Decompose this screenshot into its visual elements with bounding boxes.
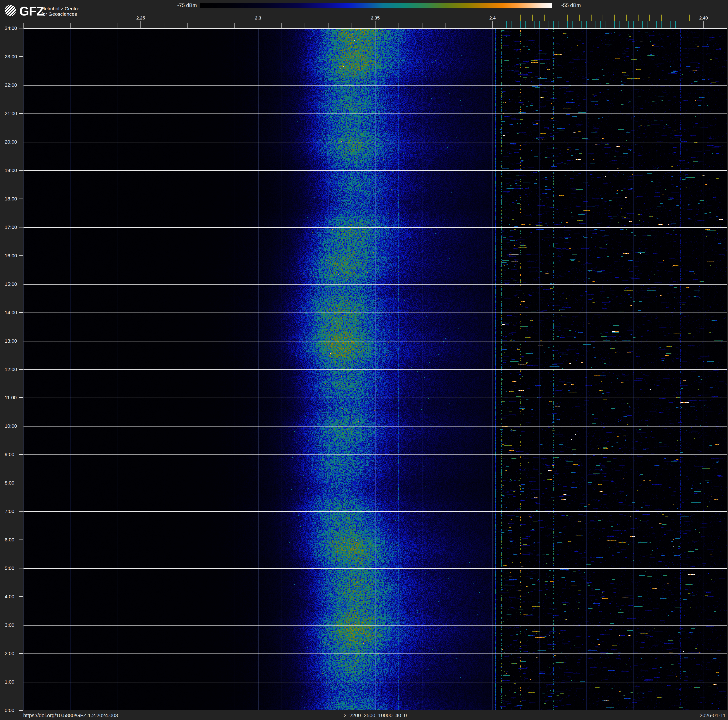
ble-channel-tick	[553, 21, 554, 28]
time-axis-tick	[19, 256, 23, 256]
ble-channel-tick	[614, 21, 615, 28]
time-axis-tick	[19, 710, 23, 711]
wifi-channel-tick	[591, 15, 592, 21]
time-axis-tick	[19, 454, 23, 455]
colorbar-gradient	[200, 3, 552, 8]
ble-channel-tick	[563, 21, 563, 28]
wifi-channel-tick	[661, 15, 662, 21]
ble-channel-tick	[544, 21, 544, 28]
freq-minor-tick	[352, 23, 352, 28]
ble-channel-tick	[600, 21, 601, 28]
ble-channel-tick	[497, 21, 497, 28]
ble-channel-tick	[647, 21, 647, 28]
freq-minor-tick	[399, 23, 399, 28]
time-axis-tick	[19, 369, 23, 370]
wifi-channel-tick	[579, 15, 580, 21]
gfz-logo-subtitle: Helmholtz Centre for Geosciences	[41, 6, 80, 17]
gfz-wordmark: GFZ	[19, 4, 44, 18]
time-axis-tick	[19, 199, 23, 199]
ble-channel-tick	[638, 21, 638, 28]
ble-channel-tick	[525, 21, 526, 28]
time-axis-tick	[19, 57, 23, 57]
ble-channel-tick	[670, 21, 671, 28]
ble-channel-tick	[549, 21, 549, 28]
gfz-logo-subtitle-line2: for Geosciences	[41, 11, 80, 17]
spectrogram-canvas	[23, 28, 727, 710]
time-axis-tick	[19, 28, 23, 28]
freq-major-tick	[375, 21, 376, 28]
freq-minor-tick	[281, 23, 282, 28]
freq-minor-tick	[164, 23, 164, 28]
ble-channel-tick	[511, 21, 511, 28]
time-axis-tick	[19, 227, 23, 227]
ble-channel-tick	[642, 21, 643, 28]
ble-channel-tick	[624, 21, 624, 28]
freq-minor-tick	[445, 23, 446, 28]
ble-channel-tick	[581, 21, 582, 28]
time-axis-tick	[19, 113, 23, 114]
colorbar-min-label: -75 dBm	[162, 2, 197, 8]
time-axis-tick	[19, 397, 23, 398]
wifi-channel-tick	[556, 15, 556, 21]
time-axis-tick	[19, 170, 23, 171]
freq-minor-tick	[211, 23, 211, 28]
freq-minor-tick	[234, 23, 235, 28]
freq-minor-tick	[70, 23, 71, 28]
ble-channel-tick	[502, 21, 502, 28]
wifi-channel-tick	[532, 15, 533, 21]
doi-link[interactable]: https://doi.org/10.5880/GFZ.1.2.2024.003	[23, 712, 118, 718]
freq-minor-tick	[117, 23, 118, 28]
ble-channel-tick	[558, 21, 558, 28]
dataset-filename: 2_2200_2500_10000_40_0	[258, 712, 493, 718]
wifi-channel-tick	[638, 15, 639, 21]
ble-channel-tick	[629, 21, 629, 28]
freq-major-tick	[727, 21, 727, 28]
time-axis-tick	[19, 483, 23, 483]
time-axis-tick	[19, 511, 23, 512]
time-axis-tick	[19, 682, 23, 682]
gfz-logo-subtitle-line1: Helmholtz Centre	[41, 6, 80, 11]
wifi-channel-tick	[603, 15, 603, 21]
ble-channel-tick	[605, 21, 606, 28]
colorbar-max-label: -55 dBm	[561, 2, 613, 8]
wifi-channel-tick	[567, 15, 568, 21]
time-axis-tick	[19, 85, 23, 85]
freq-minor-tick	[304, 23, 305, 28]
ble-channel-tick	[530, 21, 530, 28]
ble-channel-tick	[591, 21, 591, 28]
ble-channel-tick	[567, 21, 568, 28]
freq-major-tick	[258, 21, 258, 28]
freq-minor-tick	[47, 23, 47, 28]
time-axis-tick	[19, 625, 23, 625]
freq-major-tick	[704, 21, 704, 28]
ble-channel-tick	[572, 21, 572, 28]
freq-minor-tick	[422, 23, 422, 28]
freq-minor-tick	[469, 23, 469, 28]
gfz-spectrogram-figure: GFZ Helmholtz Centre for Geosciences -75…	[0, 0, 728, 720]
wifi-channel-tick	[649, 15, 650, 21]
ble-channel-tick	[520, 21, 521, 28]
ble-channel-tick	[534, 21, 535, 28]
time-axis-tick	[19, 426, 23, 426]
ble-channel-tick	[666, 21, 666, 28]
freq-minor-tick	[23, 23, 24, 28]
freq-major-tick	[492, 21, 493, 28]
gfz-globe-icon	[5, 5, 16, 16]
ble-channel-tick	[506, 21, 507, 28]
freq-minor-tick	[94, 23, 94, 28]
ble-channel-tick	[586, 21, 587, 28]
wifi-channel-tick	[689, 15, 690, 21]
freq-axis-label: 2.49	[693, 15, 714, 21]
ble-channel-tick	[596, 21, 596, 28]
ble-channel-tick	[661, 21, 662, 28]
ble-channel-tick	[619, 21, 619, 28]
freq-axis-label: 2.25	[130, 15, 151, 21]
time-axis-tick	[19, 312, 23, 313]
time-axis-tick	[19, 539, 23, 540]
wifi-channel-tick	[626, 15, 627, 21]
time-axis-tick	[19, 568, 23, 568]
date-label: 2026-01-11	[655, 712, 726, 718]
ble-channel-tick	[652, 21, 652, 28]
ble-channel-tick	[656, 21, 657, 28]
freq-axis-label: 2.4	[482, 15, 503, 21]
